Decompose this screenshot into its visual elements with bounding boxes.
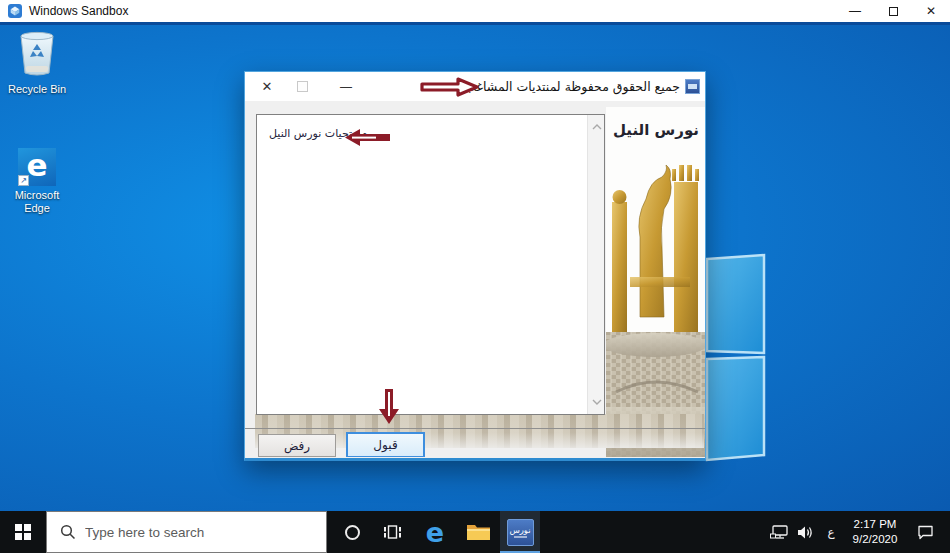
host-titlebar: Windows Sandbox — ✕ [0,0,950,22]
shortcut-arrow-icon: ↗ [18,175,29,186]
search-input[interactable] [85,525,326,540]
network-button[interactable] [766,511,792,553]
volume-button[interactable] [792,511,818,553]
cortana-button[interactable] [332,511,372,553]
dialog-app-icon [685,79,700,94]
dialog-maximize-button[interactable] [297,81,308,92]
taskbar-clock[interactable]: 2:17 PM 9/2/2020 [844,511,906,553]
windows-sandbox-icon [8,4,22,18]
volume-icon [797,525,814,540]
file-explorer-icon [466,522,491,542]
taskbar-app-nawras[interactable]: نورس [500,511,540,553]
rights-dialog-window: ✕ — جميع الحقوق محفوظة لمنتديات المشاغب [244,71,706,461]
windows-logo-wallpaper [700,227,775,467]
textbox-scrollbar[interactable] [587,115,604,414]
host-window-title: Windows Sandbox [29,4,128,18]
scroll-up-icon[interactable] [588,117,605,137]
reject-button[interactable]: رفض [258,434,336,457]
maximize-icon [889,7,898,16]
host-maximize-button[interactable] [874,0,912,22]
windows-sandbox-screen: Windows Sandbox — ✕ [0,0,950,553]
annotation-arrow-message [344,127,392,148]
taskbar: e نورس [0,511,950,553]
nawras-app-icon: نورس [507,519,534,546]
task-view-button[interactable] [372,511,412,553]
taskbar-edge-button[interactable]: e [414,511,456,553]
host-close-button[interactable]: ✕ [912,0,950,22]
nawras-alnil-artwork: نورس النيل [606,107,705,457]
message-textbox[interactable]: مع تحيات نورس النيل [256,114,605,415]
language-indicator[interactable]: ع [820,511,842,553]
action-center-icon [917,525,934,540]
scroll-down-icon[interactable] [588,392,605,412]
network-icon [770,525,788,540]
windows-logo-icon [15,524,31,540]
recycle-bin-icon [16,30,58,76]
clock-time: 2:17 PM [854,517,897,532]
app-badge-label: نورس [509,526,530,535]
desktop-icon-microsoft-edge[interactable]: e ↗ Microsoft Edge [4,148,70,214]
annotation-arrow-accept [377,387,401,425]
search-icon [60,524,76,540]
clock-date: 9/2/2020 [853,532,898,547]
edge-icon: e [426,519,444,546]
start-button[interactable] [0,511,46,553]
taskbar-search-box[interactable] [46,511,327,553]
file-explorer-button[interactable] [458,511,498,553]
dialog-title: جميع الحقوق محفوظة لمنتديات المشاغب [464,79,680,94]
dialog-divider [245,428,705,429]
accept-button[interactable]: قبول [346,432,425,457]
annotation-arrow-title [420,77,480,97]
action-center-button[interactable] [910,511,940,553]
task-view-icon [383,523,402,541]
cortana-icon [345,525,360,540]
svg-text:نورس النيل: نورس النيل [613,121,699,139]
desktop-icon-label: Microsoft Edge [4,189,70,214]
host-minimize-button[interactable]: — [836,0,874,22]
edge-icon: e ↗ [18,148,56,186]
dialog-minimize-button[interactable]: — [335,72,357,101]
dialog-client-area: نورس النيل مع تحيات نورس النيل [245,101,705,457]
dialog-close-button[interactable]: ✕ [255,72,279,101]
desktop-icon-label: Recycle Bin [4,83,70,96]
desktop-icon-recycle-bin[interactable]: Recycle Bin [4,30,70,96]
